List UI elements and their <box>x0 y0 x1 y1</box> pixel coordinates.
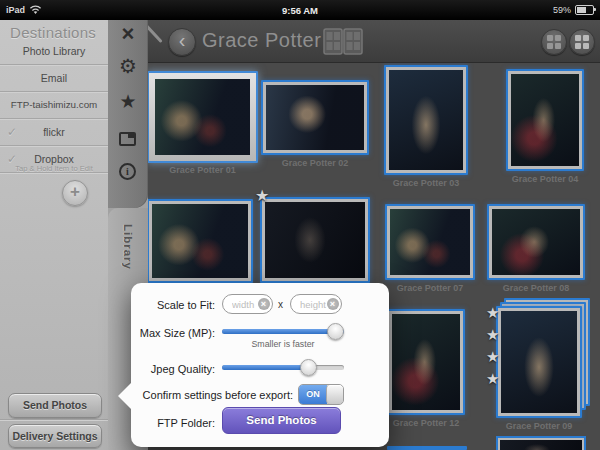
photo-thumbnail[interactable]: Grace Potter 12 <box>387 309 465 415</box>
large-thumbnails-button[interactable] <box>569 29 595 55</box>
photo-thumbnail[interactable]: Grace Potter 02 <box>261 80 369 155</box>
clear-width-icon[interactable]: × <box>258 298 270 310</box>
back-button[interactable]: ‹ <box>168 28 196 56</box>
max-size-label: Max Size (MP): <box>135 327 215 339</box>
photo-thumbnail[interactable]: ★ <box>260 197 370 283</box>
send-photos-button[interactable]: Send Photos <box>8 393 102 418</box>
photo-thumbnail[interactable]: Grace Potter 01 <box>147 71 258 163</box>
photo-thumbnail[interactable]: Grace Potter 07 <box>385 204 475 280</box>
sidebar-item-photo-library[interactable]: Photo Library <box>0 38 108 65</box>
page-title: Grace Potter <box>202 29 321 52</box>
max-size-slider-thumb[interactable] <box>327 323 344 340</box>
popover-send-photos-button[interactable]: Send Photos <box>222 407 341 434</box>
max-size-slider[interactable] <box>222 329 344 334</box>
photo-thumbnail[interactable]: Grace Potter 08 <box>487 204 585 280</box>
clock: 9:56 AM <box>0 5 600 16</box>
photo-thumbnail[interactable] <box>147 199 253 283</box>
battery-percent: 59% <box>553 5 571 15</box>
close-icon[interactable]: × <box>108 21 148 47</box>
photo-label: Grace Potter 12 <box>387 418 465 428</box>
photo-label: Grace Potter 09 <box>496 421 582 431</box>
back-chevron-icon: ‹ <box>179 29 186 51</box>
edit-hint-text: Tap & Hold Item to Edit <box>0 164 108 173</box>
status-bar: iPad 9:56 AM 59% <box>0 0 600 20</box>
small-thumbnails-button[interactable] <box>541 29 567 55</box>
ftp-folder-label: FTP Folder: <box>135 417 215 429</box>
check-icon: ✓ <box>7 119 17 145</box>
jpeg-quality-label: Jpeg Quality: <box>135 363 215 375</box>
photo-thumbnail[interactable]: Grace Potter 03 <box>384 65 468 175</box>
divider <box>0 419 108 420</box>
star-rating-icon: ★ <box>486 370 499 388</box>
dimension-separator: x <box>278 299 283 310</box>
delivery-settings-button[interactable]: Delivery Settings <box>8 424 102 448</box>
sidebar-item-flickr[interactable]: ✓ flickr <box>0 119 108 146</box>
height-field[interactable]: × <box>290 294 342 314</box>
photo-label: Grace Potter 03 <box>384 178 468 188</box>
star-rating-icon: ★ <box>486 326 499 344</box>
confirm-export-label: Confirm settings before export: <box>135 389 293 401</box>
photo-label: Grace Potter 04 <box>506 174 584 184</box>
star-icon[interactable]: ★ <box>108 90 148 113</box>
photo-label: Grace Potter 07 <box>385 283 475 293</box>
jpeg-quality-slider-thumb[interactable] <box>300 359 317 376</box>
gear-icon[interactable]: ⚙ <box>108 54 148 78</box>
app-window: iPad 9:56 AM 59% ‹ Grace Potter <box>0 0 600 450</box>
resize-icon[interactable] <box>119 132 136 146</box>
slider-caption: Smaller is faster <box>222 339 344 349</box>
photo-stack-thumbnail[interactable]: ★ ★ ★ ★ Grace Potter 09 <box>496 306 582 418</box>
star-rating-icon: ★ <box>486 348 499 366</box>
photo-label: Grace Potter 08 <box>487 283 585 293</box>
photo-thumbnail[interactable] <box>387 446 467 450</box>
toggle-knob[interactable] <box>326 385 343 404</box>
width-field[interactable]: × <box>222 294 273 314</box>
export-settings-popover: Scale to Fit: × x × Max Size (MP): Small… <box>131 283 389 447</box>
grid-header: ‹ Grace Potter <box>148 20 600 63</box>
popover-arrow <box>118 383 131 409</box>
info-icon[interactable]: i <box>119 163 136 180</box>
destinations-sidebar: Destinations Photo Library Email FTP-tai… <box>0 20 108 450</box>
toggle-on-label: ON <box>299 385 327 404</box>
tool-icon-group: × ⚙ ★ i <box>108 20 148 208</box>
sidebar-item-ftp[interactable]: FTP-taishimizu.com <box>0 92 108 119</box>
grid-large-icon <box>575 35 589 49</box>
library-tab-label: Library <box>122 224 134 270</box>
star-rating-icon: ★ <box>486 304 499 322</box>
star-badge-icon: ★ <box>255 186 269 205</box>
jpeg-quality-slider[interactable] <box>222 365 344 370</box>
sidebar-item-email[interactable]: Email <box>0 65 108 92</box>
photo-thumbnail[interactable]: Grace Potter 04 <box>506 69 584 171</box>
destination-list: Photo Library Email FTP-taishimizu.com ✓… <box>0 38 108 173</box>
clear-height-icon[interactable]: × <box>327 298 339 310</box>
album-spread-icon <box>323 28 363 55</box>
photo-label: Grace Potter 02 <box>261 158 369 168</box>
grid-small-icon <box>547 35 561 49</box>
confirm-export-toggle[interactable]: ON <box>298 384 344 405</box>
add-destination-button[interactable]: + <box>62 180 88 206</box>
battery-icon <box>575 5 594 15</box>
photo-label: Grace Potter 01 <box>147 165 258 175</box>
scale-to-fit-label: Scale to Fit: <box>135 299 215 311</box>
photo-thumbnail[interactable] <box>496 436 586 450</box>
